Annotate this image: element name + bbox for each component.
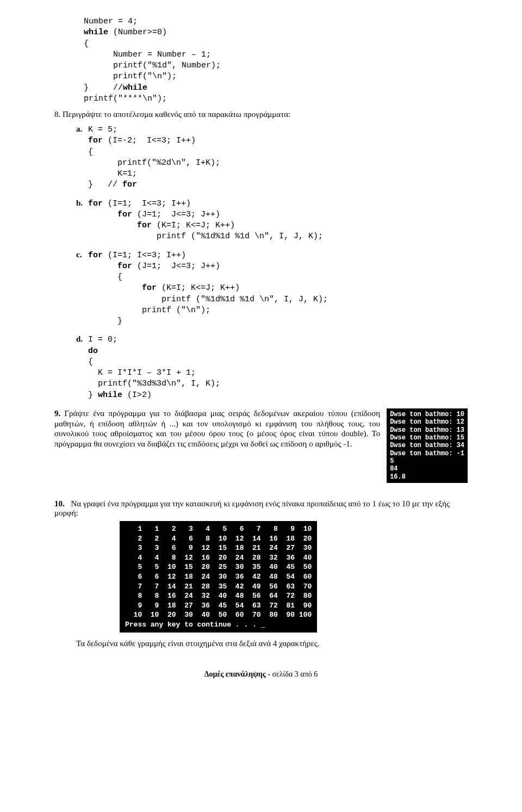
q8-text: Περιγράψτε το αποτέλεσμα καθενός από τα … xyxy=(63,110,290,119)
terminal-output-q10: 1 1 2 3 4 5 6 7 8 9 10 2 2 4 6 8 10 12 1… xyxy=(120,521,317,633)
code-block-top: Number = 4; while (Number>=0) { Number =… xyxy=(54,16,468,104)
item-b-label: b. xyxy=(76,199,88,243)
item-a-label: a. xyxy=(76,125,88,191)
question-9: 9. Γράψτε ένα πρόγραμμα για το διάβασμα … xyxy=(54,408,468,484)
q10-text: Να γραφεί ένα πρόγραμμα για την κατασκευ… xyxy=(54,499,450,517)
item-c-label: c. xyxy=(76,250,88,327)
question-10: 10. Να γραφεί ένα πρόγραμμα για την κατα… xyxy=(54,499,468,648)
footer-prefix: Δομές επανάληψης - xyxy=(204,670,272,678)
code-block-d: I = 0; do { K = I*I*I – 3*I + 1; printf(… xyxy=(88,334,220,401)
item-d-label: d. xyxy=(76,334,88,401)
q9-text: Γράψτε ένα πρόγραμμα για το διάβασμα μια… xyxy=(54,409,380,448)
code-block-c: for (I=1; I<=3; I++) for (J=1; J<=3; J++… xyxy=(88,250,328,327)
q8-number: 8. xyxy=(54,110,60,119)
code-block-b: for (I=1; I<=3; I++) for (J=1; J<=3; J++… xyxy=(88,199,323,243)
terminal-output-q9: Dwse ton bathmo: 10 Dwse ton bathmo: 12 … xyxy=(387,408,468,484)
footer-page: σελίδα 3 από 6 xyxy=(272,670,318,678)
page-footer: Δομές επανάληψης - σελίδα 3 από 6 xyxy=(54,670,468,679)
question-8: 8. Περιγράψτε το αποτέλεσμα καθενός από … xyxy=(54,110,468,119)
q10-number: 10. xyxy=(54,499,65,508)
q10-note: Τα δεδομένα κάθε γραμμής είναι στοιχημέν… xyxy=(76,639,468,648)
code-block-a: K = 5; for (I=-2; I<=3; I++) { printf("%… xyxy=(88,125,220,191)
q9-number: 9. xyxy=(54,409,60,418)
